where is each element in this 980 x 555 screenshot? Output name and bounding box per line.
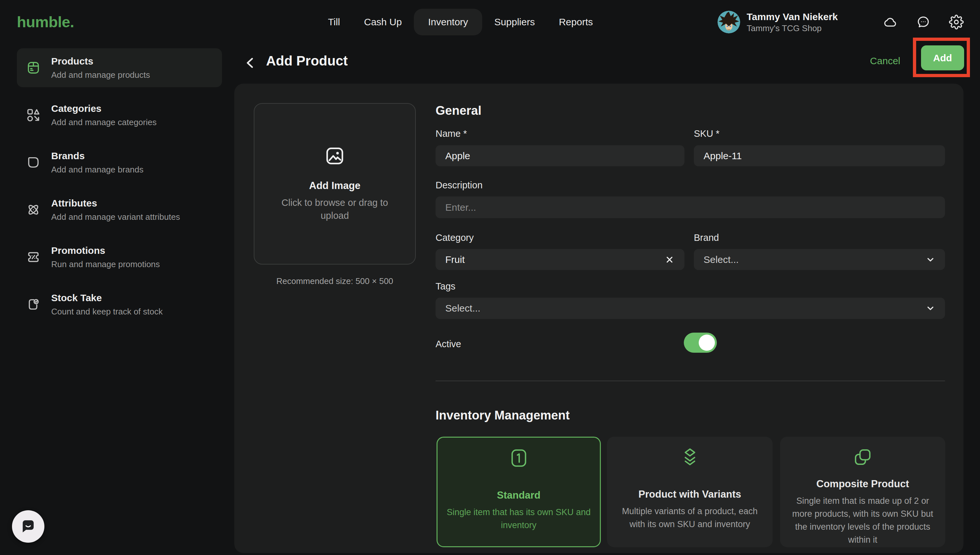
sku-value: Apple-11 xyxy=(703,151,935,162)
inventory-management-heading: Inventory Management xyxy=(436,409,570,422)
sidebar-item-promotions[interactable]: Promotions Run and manage promotions xyxy=(17,237,222,276)
general-form: General Name * Apple SKU * Apple-11 Desc… xyxy=(436,83,945,553)
sidebar-item-subtitle: Add and manage products xyxy=(51,70,150,80)
sidebar-item-subtitle: Add and manage brands xyxy=(51,164,144,175)
top-right-cluster: Tammy Van Niekerk Tammy's TCG Shop xyxy=(717,0,964,44)
attributes-atom-icon xyxy=(26,202,41,217)
nav-till[interactable]: Till xyxy=(316,9,352,35)
add-product-panel: Add Image Click to browse or drag to upl… xyxy=(234,83,964,553)
nav-suppliers[interactable]: Suppliers xyxy=(482,9,547,35)
sidebar-item-products[interactable]: Products Add and manage products xyxy=(17,48,222,87)
promotions-ticket-icon xyxy=(26,250,41,265)
active-toggle[interactable] xyxy=(684,333,717,353)
user-meta: Tammy Van Niekerk Tammy's TCG Shop xyxy=(747,11,851,34)
stock-take-check-icon xyxy=(26,297,41,312)
sidebar-item-subtitle: Run and manage promotions xyxy=(51,259,160,269)
section-divider xyxy=(436,380,945,381)
sku-label: SKU * xyxy=(694,128,719,139)
top-bar: humble. Till Cash Up Inventory Suppliers… xyxy=(0,0,980,44)
nav-cash-up[interactable]: Cash Up xyxy=(352,9,414,35)
brand-label: Brand xyxy=(694,232,719,243)
user-name: Tammy Van Niekerk xyxy=(747,11,851,23)
cancel-button[interactable]: Cancel xyxy=(870,55,900,66)
upload-title: Add Image xyxy=(309,180,360,192)
sidebar: Products Add and manage products Categor… xyxy=(0,44,234,555)
sidebar-item-subtitle: Count and keep track of stock xyxy=(51,306,163,317)
user-shop: Tammy's TCG Shop xyxy=(747,23,851,34)
add-button[interactable]: Add xyxy=(921,45,964,71)
products-box-icon xyxy=(26,60,41,75)
page-title: Add Product xyxy=(266,53,348,69)
option-title: Composite Product xyxy=(816,478,909,490)
avatar[interactable] xyxy=(717,11,740,34)
active-label: Active xyxy=(436,338,461,350)
image-upload-dropzone[interactable]: Add Image Click to browse or drag to upl… xyxy=(254,103,416,265)
option-description: Single item that has its own SKU and inv… xyxy=(447,506,591,532)
name-input[interactable]: Apple xyxy=(436,145,684,166)
sidebar-item-title: Promotions xyxy=(51,245,160,257)
sidebar-item-title: Attributes xyxy=(51,197,180,209)
composite-link-icon xyxy=(852,446,873,469)
option-description: Multiple variants of a product, each wit… xyxy=(616,505,764,531)
general-heading: General xyxy=(436,104,482,118)
sidebar-item-stock-take[interactable]: Stock Take Count and keep track of stock xyxy=(17,285,222,324)
chat-launcher-button[interactable] xyxy=(12,510,45,543)
brands-tag-icon xyxy=(26,155,41,170)
categories-shapes-icon xyxy=(26,107,41,122)
category-value: Fruit xyxy=(445,254,665,265)
description-label: Description xyxy=(436,180,482,191)
option-title: Product with Variants xyxy=(639,489,741,500)
cloud-sync-icon[interactable] xyxy=(883,14,898,29)
sidebar-item-categories[interactable]: Categories Add and manage categories xyxy=(17,96,222,135)
main-nav: Till Cash Up Inventory Suppliers Reports xyxy=(316,0,605,44)
tags-placeholder: Select... xyxy=(445,303,926,314)
brand-placeholder: Select... xyxy=(703,254,926,265)
sidebar-item-title: Products xyxy=(51,55,150,67)
brand-select[interactable]: Select... xyxy=(694,249,945,270)
app-logo: humble. xyxy=(17,0,74,44)
option-standard[interactable]: Standard Single item that has its own SK… xyxy=(437,437,601,547)
option-product-with-variants[interactable]: Product with Variants Multiple variants … xyxy=(607,437,773,547)
upload-size-hint: Recommended size: 500 × 500 xyxy=(254,276,416,286)
category-label: Category xyxy=(436,232,474,243)
option-composite-product[interactable]: Composite Product Single item that is ma… xyxy=(780,437,945,547)
sidebar-item-attributes[interactable]: Attributes Add and manage variant attrib… xyxy=(17,190,222,229)
tags-label: Tags xyxy=(436,281,455,292)
app-screen: humble. Till Cash Up Inventory Suppliers… xyxy=(0,0,980,555)
option-description: Single item that is made up of 2 or more… xyxy=(789,494,936,546)
upload-subtitle: Click to browse or drag to upload xyxy=(280,196,390,222)
sku-input[interactable]: Apple-11 xyxy=(694,145,945,166)
image-placeholder-icon xyxy=(324,146,345,168)
sidebar-item-subtitle: Add and manage variant attributes xyxy=(51,212,180,222)
clear-category-x-icon[interactable] xyxy=(665,255,675,265)
sidebar-item-title: Brands xyxy=(51,150,144,162)
messages-chat-icon[interactable] xyxy=(916,14,931,29)
variants-layers-icon xyxy=(679,446,701,469)
nav-reports[interactable]: Reports xyxy=(547,9,605,35)
content-header: Add Product Cancel Add xyxy=(234,44,980,83)
option-title: Standard xyxy=(497,489,540,501)
name-label: Name * xyxy=(436,128,467,139)
sidebar-item-title: Stock Take xyxy=(51,292,163,304)
inventory-type-options: Standard Single item that has its own SK… xyxy=(436,437,945,547)
sidebar-item-subtitle: Add and manage categories xyxy=(51,117,157,127)
chevron-down-icon xyxy=(926,255,935,265)
chevron-down-icon xyxy=(926,303,935,313)
tags-select[interactable]: Select... xyxy=(436,298,945,319)
toggle-knob xyxy=(699,335,715,351)
sidebar-item-brands[interactable]: Brands Add and manage brands xyxy=(17,143,222,182)
description-placeholder: Enter... xyxy=(445,202,935,213)
name-value: Apple xyxy=(445,151,675,162)
back-chevron-icon xyxy=(243,67,258,72)
category-select[interactable]: Fruit xyxy=(436,249,684,270)
back-button[interactable] xyxy=(242,54,259,72)
standard-single-item-icon xyxy=(508,448,530,470)
description-input[interactable]: Enter... xyxy=(436,196,945,218)
nav-inventory[interactable]: Inventory xyxy=(414,9,482,35)
settings-gear-icon[interactable] xyxy=(949,14,964,29)
chat-bubble-smile-icon xyxy=(19,517,37,536)
sidebar-item-title: Categories xyxy=(51,103,157,114)
